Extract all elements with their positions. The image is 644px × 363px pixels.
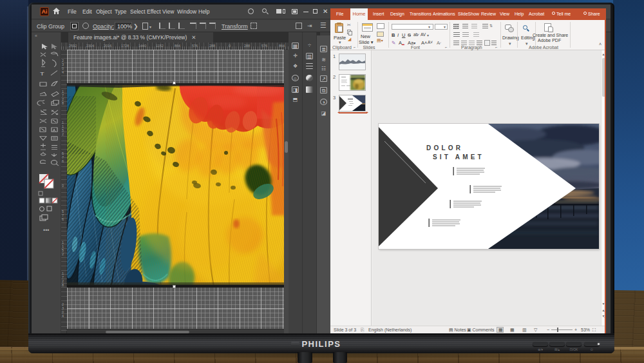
svg-text:DOLOR: DOLOR (426, 144, 463, 152)
svg-text:T: T (40, 71, 44, 77)
svg-text:•••: ••• (43, 227, 49, 233)
svg-text:SIT AMET: SIT AMET (433, 153, 484, 161)
